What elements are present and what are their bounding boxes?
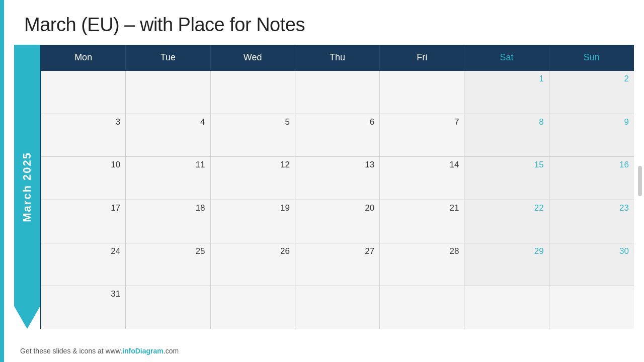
day-cell[interactable]: 21 (380, 200, 464, 243)
day-cell[interactable]: 29 (464, 243, 549, 286)
day-cell[interactable]: 18 (126, 200, 210, 243)
day-number: 21 (385, 203, 459, 213)
day-cell[interactable]: 7 (380, 114, 464, 157)
footer-text-before: Get these slides & icons at www. (20, 347, 122, 355)
day-cell[interactable]: 6 (295, 114, 380, 157)
day-cell[interactable]: 12 (211, 157, 295, 200)
day-cell[interactable]: 28 (380, 243, 464, 286)
day-header-mon: Mon (41, 45, 126, 70)
day-cell[interactable]: 8 (464, 114, 549, 157)
week-row-6: 31 (41, 286, 634, 329)
day-number: 18 (131, 203, 205, 213)
day-cell[interactable] (126, 286, 210, 329)
week-row-5: 24252627282930 (41, 243, 634, 287)
day-number: 30 (554, 246, 629, 256)
day-cell[interactable] (295, 71, 380, 114)
day-number: 3 (46, 117, 120, 127)
header: March (EU) – with Place for Notes (4, 0, 644, 45)
day-number: 16 (554, 160, 629, 170)
day-number: 5 (216, 117, 290, 127)
day-cell[interactable]: 26 (211, 243, 295, 286)
week-row-3: 10111213141516 (41, 157, 634, 200)
day-number: 20 (300, 203, 374, 213)
day-number: 7 (385, 117, 459, 127)
day-number: 8 (469, 117, 543, 127)
day-number: 22 (469, 203, 543, 213)
day-cell[interactable]: 24 (41, 243, 126, 286)
day-cell[interactable]: 5 (211, 114, 295, 157)
day-cell[interactable]: 1 (464, 71, 549, 114)
day-cell[interactable]: 11 (126, 157, 210, 200)
calendar-grid: MonTueWedThuFriSatSun 123456789101112131… (40, 45, 634, 329)
day-header-thu: Thu (295, 45, 380, 70)
day-number: 12 (216, 160, 290, 170)
day-number: 2 (554, 74, 629, 84)
day-cell[interactable]: 10 (41, 157, 126, 200)
day-number: 27 (300, 246, 374, 256)
day-cell[interactable] (380, 71, 464, 114)
month-sidebar: March 2025 (14, 45, 40, 329)
day-cell[interactable]: 9 (549, 114, 634, 157)
day-number: 31 (46, 289, 120, 299)
footer-brand: infoDiagram (122, 347, 164, 355)
week-row-2: 3456789 (41, 114, 634, 157)
page-title: March (EU) – with Place for Notes (24, 14, 624, 36)
month-label: March 2025 (21, 152, 34, 222)
day-number: 25 (131, 246, 205, 256)
day-number: 1 (469, 74, 543, 84)
day-cell[interactable]: 31 (41, 286, 126, 329)
week-row-1: 12 (41, 71, 634, 114)
calendar-rows: 1234567891011121314151617181920212223242… (41, 71, 634, 329)
day-cell[interactable]: 22 (464, 200, 549, 243)
day-header-tue: Tue (126, 45, 210, 70)
day-number: 29 (469, 246, 543, 256)
day-header-fri: Fri (380, 45, 464, 70)
day-cell[interactable]: 23 (549, 200, 634, 243)
day-cell[interactable]: 3 (41, 114, 126, 157)
day-number: 11 (131, 160, 205, 170)
day-number: 19 (216, 203, 290, 213)
calendar-wrapper: March 2025 MonTueWedThuFriSatSun 1234567… (4, 45, 644, 329)
day-cell[interactable]: 13 (295, 157, 380, 200)
page: March (EU) – with Place for Notes March … (0, 0, 644, 362)
day-header-row: MonTueWedThuFriSatSun (41, 45, 634, 71)
day-header-wed: Wed (211, 45, 295, 70)
day-cell[interactable]: 2 (549, 71, 634, 114)
day-header-sun: Sun (549, 45, 634, 70)
footer: Get these slides & icons at www.infoDiag… (20, 347, 179, 355)
day-number: 4 (131, 117, 205, 127)
day-cell[interactable]: 30 (549, 243, 634, 286)
day-number: 26 (216, 246, 290, 256)
day-number: 10 (46, 160, 120, 170)
scrollbar[interactable] (638, 166, 642, 196)
day-number: 6 (300, 117, 374, 127)
day-cell[interactable] (126, 71, 210, 114)
day-number: 23 (554, 203, 629, 213)
day-cell[interactable] (464, 286, 549, 329)
day-cell[interactable] (380, 286, 464, 329)
day-cell[interactable]: 25 (126, 243, 210, 286)
day-number: 15 (469, 160, 543, 170)
day-cell[interactable]: 14 (380, 157, 464, 200)
day-cell[interactable] (549, 286, 634, 329)
day-header-sat: Sat (464, 45, 549, 70)
day-cell[interactable]: 16 (549, 157, 634, 200)
day-cell[interactable] (211, 71, 295, 114)
day-number: 17 (46, 203, 120, 213)
day-cell[interactable] (295, 286, 380, 329)
day-cell[interactable] (41, 71, 126, 114)
day-cell[interactable] (211, 286, 295, 329)
day-cell[interactable]: 20 (295, 200, 380, 243)
day-cell[interactable]: 15 (464, 157, 549, 200)
week-row-4: 17181920212223 (41, 200, 634, 243)
day-cell[interactable]: 27 (295, 243, 380, 286)
day-number: 24 (46, 246, 120, 256)
day-cell[interactable]: 17 (41, 200, 126, 243)
day-number: 13 (300, 160, 374, 170)
day-number: 14 (385, 160, 459, 170)
day-cell[interactable]: 19 (211, 200, 295, 243)
day-number: 28 (385, 246, 459, 256)
left-accent-bar (0, 0, 4, 362)
footer-text-after: .com (164, 347, 179, 355)
day-cell[interactable]: 4 (126, 114, 210, 157)
